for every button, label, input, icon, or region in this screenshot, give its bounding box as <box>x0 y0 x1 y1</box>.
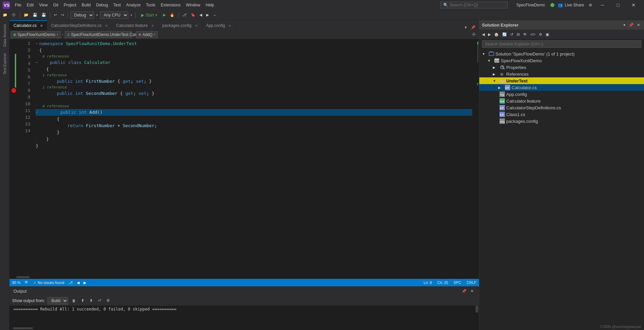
menu-window[interactable]: Window <box>183 2 203 8</box>
output-hscroll-thumb[interactable] <box>13 327 33 329</box>
tab-packages[interactable]: packages.config ✕ <box>158 20 202 30</box>
menu-view[interactable]: View <box>36 2 51 8</box>
tab-close-icon[interactable]: ✕ <box>151 24 154 28</box>
se-back-btn[interactable]: ◀ <box>481 32 486 37</box>
menu-debug[interactable]: Debug <box>93 2 110 8</box>
tab-calculator-cs[interactable]: Calculator.cs ✕ <box>9 20 47 30</box>
new-project-btn[interactable]: 📁 <box>1 12 9 18</box>
tab-appconfig[interactable]: App.config ✕ <box>202 20 236 30</box>
menu-tools[interactable]: Tools <box>143 2 158 8</box>
tabs-overflow[interactable]: ▾ <box>463 25 468 30</box>
issues-status[interactable]: ✓ No issues found <box>33 281 64 285</box>
tree-project[interactable]: ▼ C# SpecFlowXunitDemo <box>479 57 644 64</box>
config-dropdown[interactable]: Debug <box>70 11 94 19</box>
output-scroll-top-btn[interactable]: ⬆ <box>80 298 86 303</box>
se-home-btn[interactable]: 🏠 <box>493 32 500 37</box>
output-source-select[interactable]: Build <box>47 297 68 304</box>
save-btn[interactable]: 💾 <box>31 12 39 18</box>
open-btn[interactable]: 📂 <box>23 12 30 18</box>
output-title[interactable]: Output <box>13 289 27 294</box>
se-code-view-btn[interactable]: </> <box>529 32 537 37</box>
add-btn[interactable]: ➕ <box>10 12 18 18</box>
pin-tab[interactable]: 📌 <box>470 25 477 30</box>
vertical-scrollbar[interactable] <box>475 39 479 276</box>
add-member-btn[interactable]: ➕ <box>470 32 478 37</box>
collapse-icon-3[interactable]: ─ <box>36 59 38 66</box>
tab-close-icon[interactable]: ✕ <box>105 24 108 28</box>
save-all-btn[interactable]: 💾 <box>40 12 47 18</box>
tab-feature[interactable]: Calculator.feature ✕ <box>112 20 158 30</box>
output-clear-btn[interactable]: 🗑 <box>71 298 77 303</box>
col[interactable]: Ch: 25 <box>437 281 448 285</box>
test-explorer-tab[interactable]: Test Explorer <box>1 50 8 77</box>
output-settings-btn[interactable]: ⚙ <box>105 298 111 303</box>
tree-properties[interactable]: ▶ 🔧 Properties <box>479 64 644 71</box>
continue-btn[interactable]: ▶ <box>162 12 167 18</box>
tree-calculator-cs[interactable]: ▶ C# Calculator.cs <box>479 84 644 91</box>
code-editor[interactable]: 1 2 3 4 5 6 7 8 9 10 11 12 13 14 <box>9 39 479 276</box>
close-button[interactable]: ✕ <box>626 0 641 10</box>
breadcrumb-class[interactable]: ⊙ SpecFlowXunitDemo.UnderTest.Calculator… <box>65 31 132 38</box>
tree-solution[interactable]: ▼ Solution 'SpecFlowDemo' (1 of 1 projec… <box>479 50 644 57</box>
line-endings[interactable]: CRLF <box>466 281 476 285</box>
nav-other[interactable]: ↔ <box>212 12 218 18</box>
live-share-button[interactable]: 👥 Live Share <box>554 2 587 8</box>
tab-calculator-step[interactable]: CalculatorStepDefinitions.cs ✕ <box>47 20 112 30</box>
menu-build[interactable]: Build <box>79 2 94 8</box>
tree-stepdef[interactable]: ▶ C# CalculatorStepDefinitions.cs <box>479 104 644 111</box>
output-pin-btn[interactable]: 📌 <box>460 288 468 294</box>
menu-help[interactable]: Help <box>203 2 217 8</box>
output-scroll-thumb[interactable] <box>476 306 478 313</box>
tab-close-icon[interactable]: ✕ <box>228 24 231 28</box>
tree-appconfig[interactable]: ▶ cfg App.config <box>479 91 644 98</box>
tree-class1[interactable]: ▶ C# Class1.cs <box>479 111 644 118</box>
output-word-wrap-btn[interactable]: ⏎ <box>97 298 102 303</box>
breadcrumb-method[interactable]: ⊕ Add() ▾ <box>136 31 158 38</box>
menu-project[interactable]: Project <box>61 2 79 8</box>
minimize-button[interactable]: ─ <box>595 0 610 10</box>
hot-reload-btn[interactable]: 🔥 <box>168 12 176 18</box>
bookmark-btn[interactable]: 🔖 <box>189 12 197 18</box>
collapse-icon-8[interactable]: ─ <box>36 109 38 116</box>
menu-analyze[interactable]: Analyze <box>124 2 143 8</box>
output-hscrollbar[interactable] <box>9 327 479 330</box>
se-collapse-btn[interactable]: ▾ <box>622 22 627 28</box>
horizontal-scrollbar[interactable] <box>9 276 479 279</box>
tree-references[interactable]: ▶ ⊕ References <box>479 71 644 77</box>
se-collapse-all-btn[interactable]: ⊟ <box>515 32 521 37</box>
output-scroll-bot-btn[interactable]: ⬇ <box>88 298 94 303</box>
code-content[interactable]: ─ namespace SpecFlowXunitDemo.UnderTest … <box>33 39 475 276</box>
output-scrollbar[interactable] <box>475 305 479 327</box>
se-properties-btn[interactable]: ⚙ <box>538 32 544 37</box>
se-search-input[interactable] <box>482 40 641 48</box>
se-pin-btn[interactable]: 📌 <box>627 22 635 28</box>
encoding[interactable]: SPC <box>454 281 461 285</box>
data-sources-tab[interactable]: Data Sources <box>1 22 8 49</box>
tree-undertest[interactable]: ▼ UnderTest <box>479 77 644 84</box>
global-search[interactable]: 🔍 <box>440 2 508 8</box>
maximize-button[interactable]: □ <box>610 0 626 10</box>
se-fwd-btn[interactable]: ▶ <box>487 32 492 37</box>
menu-git[interactable]: Git <box>51 2 61 8</box>
hscroll-thumb[interactable] <box>16 276 30 278</box>
redo-btn[interactable]: ↪ <box>60 12 65 18</box>
breadcrumb-namespace[interactable]: ▣ SpecFlowXunitDemo ▾ <box>11 31 61 38</box>
undo-btn[interactable]: ↩ <box>53 12 58 18</box>
platform-dropdown[interactable]: Any CPU <box>100 11 128 19</box>
menu-test[interactable]: Test <box>111 2 124 8</box>
zoom-level[interactable]: 90 % <box>12 281 21 285</box>
se-search[interactable]: 🔍 <box>479 39 644 49</box>
tree-packages[interactable]: ▶ pkg packages.config <box>479 118 644 124</box>
tree-feature[interactable]: ▶ feat Calculator.feature <box>479 98 644 104</box>
collapse-icon-1[interactable]: ─ <box>36 40 38 47</box>
se-preview-btn[interactable]: ▣ <box>544 32 550 37</box>
start-button[interactable]: ▶ Start ▾ <box>138 12 160 19</box>
se-refresh-btn[interactable]: ↺ <box>509 32 515 37</box>
search-input[interactable] <box>450 3 497 7</box>
se-close-btn[interactable]: ✕ <box>636 22 641 28</box>
menu-edit[interactable]: Edit <box>24 2 36 8</box>
se-show-all-btn[interactable]: 👁 <box>522 32 528 37</box>
se-sync-btn[interactable]: 🔄 <box>501 32 508 37</box>
tab-close-icon[interactable]: ✕ <box>195 24 198 28</box>
nav-back[interactable]: ◀ <box>198 12 203 18</box>
